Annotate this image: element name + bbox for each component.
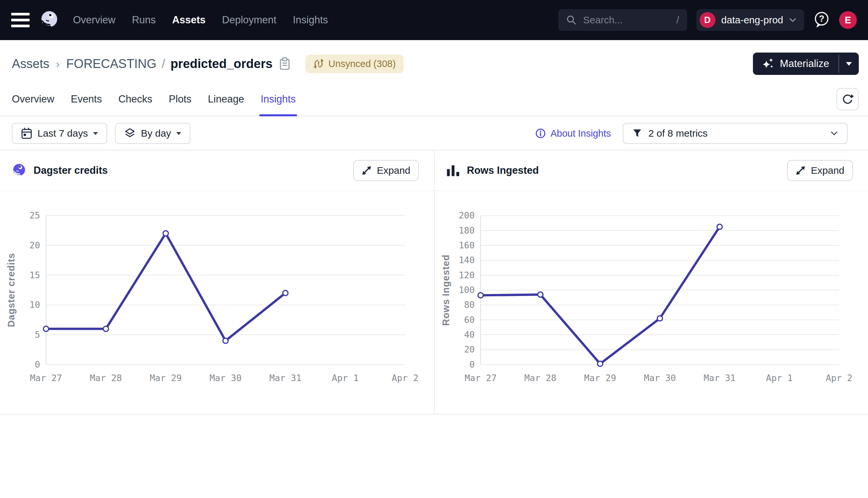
- svg-text:Mar 30: Mar 30: [209, 373, 242, 383]
- svg-text:Rows Ingested: Rows Ingested: [441, 254, 451, 326]
- svg-text:0: 0: [470, 359, 475, 369]
- svg-text:Mar 30: Mar 30: [644, 373, 676, 383]
- breadcrumb-assets[interactable]: Assets: [12, 57, 49, 71]
- svg-text:100: 100: [459, 285, 475, 295]
- svg-text:120: 120: [459, 270, 475, 280]
- svg-text:10: 10: [29, 300, 40, 310]
- caret-down-icon: [93, 132, 98, 135]
- tab-insights[interactable]: Insights: [261, 93, 296, 116]
- svg-text:Mar 27: Mar 27: [30, 373, 62, 383]
- bar-chart-icon: [447, 164, 460, 177]
- svg-text:Mar 29: Mar 29: [584, 373, 616, 383]
- granularity-filter[interactable]: By day: [115, 123, 190, 144]
- breadcrumb-group[interactable]: FORECASTING: [66, 57, 156, 71]
- svg-text:140: 140: [459, 255, 475, 265]
- nav-insights[interactable]: Insights: [293, 14, 328, 26]
- svg-text:80: 80: [464, 300, 474, 310]
- nav-deployment[interactable]: Deployment: [222, 14, 276, 26]
- svg-text:Mar 31: Mar 31: [704, 373, 736, 383]
- caret-down-icon: [846, 62, 852, 66]
- materialize-dropdown-button[interactable]: [839, 53, 859, 75]
- top-nav: Overview Runs Assets Deployment Insights…: [0, 0, 868, 40]
- metrics-select-value: 2 of 8 metrics: [648, 128, 707, 139]
- dagster-credits-panel: Dagster credits Expand 0510152025Mar 27M…: [0, 150, 434, 414]
- svg-text:40: 40: [464, 329, 474, 340]
- tab-events[interactable]: Events: [71, 93, 102, 116]
- status-badge[interactable]: Unsynced (308): [305, 54, 404, 73]
- dagster-app: Overview Runs Assets Deployment Insights…: [0, 0, 868, 415]
- clipboard-icon: [279, 57, 290, 70]
- rows-ingested-panel: Rows Ingested Expand 0204060801001201401…: [434, 150, 868, 414]
- rows-ingested-chart: 020406080100120140160180200Mar 27Mar 28M…: [435, 191, 868, 414]
- org-switcher[interactable]: D data-eng-prod: [697, 9, 804, 31]
- layers-icon: [124, 128, 136, 139]
- expand-button[interactable]: Expand: [353, 160, 419, 181]
- search-box[interactable]: /: [558, 9, 687, 31]
- about-insights-link[interactable]: About Insights: [535, 128, 611, 139]
- svg-text:Mar 31: Mar 31: [269, 373, 302, 383]
- sync-alert-icon: [313, 58, 324, 69]
- date-range-label: Last 7 days: [38, 128, 88, 139]
- dagster-logo-icon: [12, 163, 26, 178]
- materialize-button[interactable]: Materialize: [753, 53, 839, 75]
- metrics-select[interactable]: 2 of 8 metrics: [623, 123, 847, 144]
- svg-text:Dagster credits: Dagster credits: [6, 253, 16, 327]
- svg-text:20: 20: [29, 240, 40, 250]
- expand-button[interactable]: Expand: [787, 160, 853, 181]
- dagster-credits-header: Dagster credits Expand: [0, 150, 434, 191]
- tab-overview[interactable]: Overview: [12, 93, 54, 116]
- svg-text:?: ?: [819, 14, 825, 24]
- search-input[interactable]: [583, 14, 671, 26]
- chart-title: Rows Ingested: [467, 165, 539, 176]
- refresh-button[interactable]: [837, 88, 859, 110]
- rows-ingested-header: Rows Ingested Expand: [435, 150, 868, 191]
- chevron-down-icon: [789, 18, 796, 22]
- expand-label: Expand: [811, 165, 844, 176]
- dagster-logo[interactable]: [39, 11, 59, 29]
- svg-text:180: 180: [459, 225, 475, 236]
- filter-icon: [633, 129, 642, 138]
- svg-text:Mar 28: Mar 28: [90, 373, 122, 383]
- info-icon: [535, 128, 546, 139]
- refresh-icon: [841, 93, 854, 105]
- expand-label: Expand: [377, 165, 410, 176]
- expand-icon: [362, 166, 371, 175]
- nav-assets[interactable]: Assets: [172, 14, 206, 26]
- dagster-credits-chart-area: 0510152025Mar 27Mar 28Mar 29Mar 30Mar 31…: [0, 191, 434, 414]
- materialize-split-button: Materialize: [753, 53, 859, 75]
- copy-asset-name-button[interactable]: [279, 57, 290, 70]
- dagster-octopus-icon: [39, 11, 59, 29]
- svg-text:Apr 1: Apr 1: [332, 373, 358, 383]
- svg-text:15: 15: [29, 270, 40, 280]
- materialize-label: Materialize: [780, 58, 829, 70]
- help-icon[interactable]: ?: [814, 11, 830, 29]
- insights-filter-row: Last 7 days By day About Insig: [0, 116, 868, 150]
- menu-icon[interactable]: [11, 13, 29, 27]
- search-shortcut: /: [676, 14, 679, 26]
- nav-runs[interactable]: Runs: [132, 14, 155, 26]
- svg-text:5: 5: [35, 329, 40, 340]
- date-range-filter[interactable]: Last 7 days: [12, 123, 107, 144]
- svg-text:Mar 27: Mar 27: [464, 373, 497, 383]
- tab-lineage[interactable]: Lineage: [208, 93, 244, 116]
- expand-icon: [796, 166, 805, 175]
- chart-title: Dagster credits: [34, 165, 108, 176]
- svg-text:200: 200: [459, 210, 475, 220]
- org-name: data-eng-prod: [722, 14, 783, 26]
- nav-overview[interactable]: Overview: [73, 14, 115, 26]
- tab-checks[interactable]: Checks: [118, 93, 152, 116]
- asset-tabs: Overview Events Checks Plots Lineage Ins…: [0, 82, 868, 116]
- svg-text:Apr 2: Apr 2: [826, 373, 853, 383]
- top-nav-right: / D data-eng-prod ? E: [558, 9, 857, 31]
- tab-plots[interactable]: Plots: [169, 93, 191, 116]
- page-title: predicted_orders: [170, 57, 272, 71]
- insights-charts: Dagster credits Expand 0510152025Mar 27M…: [0, 150, 868, 415]
- svg-text:25: 25: [29, 210, 40, 220]
- svg-text:160: 160: [459, 240, 475, 250]
- rows-ingested-chart-area: 020406080100120140160180200Mar 27Mar 28M…: [435, 191, 868, 414]
- breadcrumb-separator: ›: [56, 57, 60, 70]
- dagster-credits-chart: 0510152025Mar 27Mar 28Mar 29Mar 30Mar 31…: [0, 191, 434, 414]
- user-avatar[interactable]: E: [839, 11, 857, 29]
- primary-nav: Overview Runs Assets Deployment Insights: [73, 14, 328, 26]
- org-avatar: D: [700, 12, 715, 28]
